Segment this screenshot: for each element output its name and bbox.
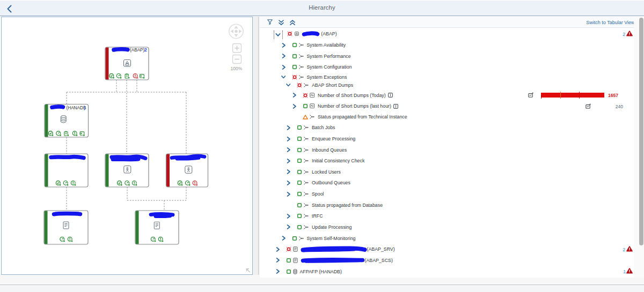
svg-text:(ABAP): (ABAP)	[130, 48, 145, 53]
svg-text:): )	[84, 106, 85, 110]
svg-text:2: 2	[144, 47, 147, 53]
svg-text:100%: 100%	[231, 66, 243, 71]
